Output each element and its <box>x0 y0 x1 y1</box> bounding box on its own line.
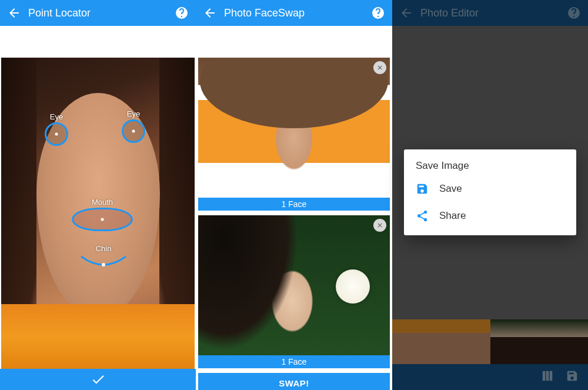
save-icon <box>416 182 429 195</box>
marker-label: Mouth <box>67 198 138 206</box>
point-locator-photo[interactable]: Eye Eye Mouth Chin <box>1 58 195 369</box>
marker-label: Eye <box>45 112 68 121</box>
back-button[interactable] <box>203 6 217 20</box>
chin-marker[interactable]: Chin <box>80 244 127 271</box>
photo-thumbnail <box>198 215 390 355</box>
chin-arc-icon <box>80 255 127 269</box>
eye-left-marker[interactable]: Eye <box>45 112 68 146</box>
remove-photo-button[interactable] <box>373 61 386 74</box>
dialog-option-label: Share <box>439 210 466 222</box>
marker-label: Chin <box>80 244 127 253</box>
appbar-title: Point Locator <box>28 7 168 19</box>
dialog-title: Save Image <box>404 160 576 175</box>
dialog-share-option[interactable]: Share <box>404 202 576 229</box>
back-button[interactable] <box>7 6 21 20</box>
dialog-option-label: Save <box>439 183 462 195</box>
check-icon <box>91 372 106 387</box>
appbar-point-locator: Point Locator <box>0 0 196 26</box>
remove-photo-button[interactable] <box>373 219 386 232</box>
appbar-faceswap: Photo FaceSwap <box>196 0 392 26</box>
source-photo-a[interactable]: 1 Face <box>198 58 390 211</box>
save-image-dialog: Save Image Save Share <box>404 149 576 235</box>
help-icon <box>175 6 189 20</box>
dialog-save-option[interactable]: Save <box>404 175 576 202</box>
source-photo-b[interactable]: 1 Face <box>198 215 390 368</box>
eye-ring-icon <box>45 122 68 146</box>
confirm-button[interactable] <box>0 369 196 390</box>
mouth-ring-icon <box>72 208 133 231</box>
swap-button[interactable]: SWAP! <box>198 373 390 390</box>
help-button[interactable] <box>175 6 189 20</box>
spacer <box>196 26 392 58</box>
marker-label: Eye <box>122 109 145 118</box>
face-count-label: 1 Face <box>198 355 390 368</box>
back-arrow-icon <box>7 6 21 20</box>
photo-thumbnail <box>198 58 390 198</box>
eye-ring-icon <box>122 119 145 143</box>
help-button[interactable] <box>371 6 385 20</box>
svg-point-0 <box>102 263 105 266</box>
close-icon <box>376 64 383 71</box>
panel-faceswap: Photo FaceSwap 1 Face 1 Face SWAP! <box>196 0 392 390</box>
face-count-label: 1 Face <box>198 198 390 211</box>
panel-point-locator: Point Locator Eye Eye Mouth Chin <box>0 0 196 390</box>
back-arrow-icon <box>203 6 217 20</box>
share-icon <box>416 209 429 222</box>
help-icon <box>371 6 385 20</box>
eye-right-marker[interactable]: Eye <box>122 109 145 143</box>
panel-photo-editor: Photo Editor Save Image Save Share <box>392 0 588 390</box>
spacer <box>0 26 196 58</box>
mouth-marker[interactable]: Mouth <box>67 198 138 231</box>
faceswap-photos: 1 Face 1 Face <box>196 58 392 368</box>
close-icon <box>376 222 383 229</box>
appbar-title: Photo FaceSwap <box>224 7 364 19</box>
